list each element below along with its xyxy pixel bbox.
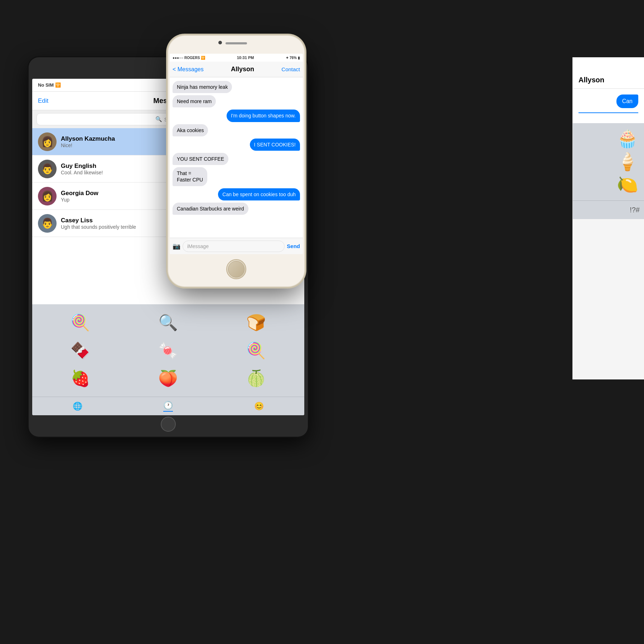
iphone-home-inner (228, 261, 244, 277)
iphone-message-input[interactable]: iMessage (183, 241, 285, 252)
message-bubble: Need more ram (173, 95, 216, 107)
message-row: Aka cookies (173, 124, 300, 136)
iphone-send-button[interactable]: Send (287, 243, 300, 249)
message-bubble: I SENT COOKIES! (250, 139, 300, 151)
emoji-item[interactable]: 🍭 (214, 338, 299, 363)
iphone-chat-title: Allyson (204, 66, 282, 73)
message-row: I SENT COOKIES! (173, 139, 300, 151)
message-bubble: Canadian Starbucks are weird (173, 203, 248, 215)
right-panel: Allyson Can 🧁 🍦 🍋 !?# (572, 57, 644, 379)
message-row: I'm doing button shapes now. (173, 110, 300, 122)
iphone-contact-button[interactable]: Contact (281, 66, 300, 72)
right-emoji-1[interactable]: 🧁 (617, 129, 638, 149)
message-row: YOU SENT COFFEE (173, 153, 300, 165)
message-bubble: Can be spent on cookies too duh (218, 188, 300, 200)
message-bubble: Ninja has memory leak (173, 81, 232, 93)
emoji-item[interactable]: 🍭 (38, 310, 123, 335)
right-panel-title: Allyson (578, 76, 604, 84)
iphone-speaker (226, 42, 247, 44)
ipad-signal-status: No SIM 🛜 (38, 82, 61, 88)
right-emoji-2[interactable]: 🍦 (617, 152, 638, 172)
avatar: 👩 (38, 132, 57, 151)
search-icon: 🔍 (155, 116, 162, 122)
iphone-status-bar: ●●●○○ ROGERS 🛜 10:31 PM ✦ 76% ▮ (170, 54, 303, 62)
iphone-message-list: Ninja has memory leak Need more ram I'm … (170, 77, 303, 238)
message-bubble: Aka cookies (173, 124, 208, 136)
iphone-input-area: 📷 iMessage Send (170, 238, 303, 254)
bluetooth-icon: ✦ (286, 56, 289, 60)
message-row: That =Faster CPU (173, 167, 300, 186)
iphone-battery: ✦ 76% ▮ (286, 56, 300, 60)
emoji-item[interactable]: 🍫 (38, 338, 123, 363)
emoji-item[interactable]: 🍬 (126, 338, 210, 363)
globe-icon[interactable]: 🌐 (73, 402, 82, 411)
emoji-item[interactable]: 🍑 (126, 366, 210, 391)
message-bubble: I'm doing button shapes now. (227, 110, 300, 122)
emoji-item[interactable]: 🔍 (126, 310, 210, 335)
emoji-item[interactable]: 🍓 (38, 366, 123, 391)
iphone-nav-bar: < Messages Allyson Contact (170, 62, 303, 77)
message-bubble: YOU SENT COFFEE (173, 153, 228, 165)
iphone-camera (218, 41, 222, 44)
iphone-home-button[interactable] (226, 259, 246, 279)
emoji-item[interactable]: 🍞 (214, 310, 299, 335)
imessage-placeholder: iMessage (187, 243, 209, 249)
avatar: 👨 (38, 160, 57, 178)
iphone-device: ●●●○○ ROGERS 🛜 10:31 PM ✦ 76% ▮ < Messag… (168, 36, 304, 286)
message-row: Ninja has memory leak (173, 81, 300, 93)
ipad-edit-button[interactable]: Edit (38, 97, 48, 105)
iphone-carrier: ●●●○○ ROGERS 🛜 (173, 56, 205, 60)
iphone-screen: ●●●○○ ROGERS 🛜 10:31 PM ✦ 76% ▮ < Messag… (170, 54, 303, 254)
right-emoji-3[interactable]: 🍋 (617, 175, 638, 195)
ipad-emoji-keyboard: 🍭 🔍 🍞 🍫 🍬 🍭 🍓 🍑 🍈 (32, 304, 304, 397)
ipad-keyboard-toolbar: 🌐 🕐 😊 (32, 397, 304, 415)
iphone-time: 10:31 PM (237, 55, 254, 60)
avatar: 👩 (38, 187, 57, 205)
message-row: Canadian Starbucks are weird (173, 203, 300, 215)
message-row: Need more ram (173, 95, 300, 107)
ipad-home-button[interactable] (161, 417, 176, 432)
avatar: 👨 (38, 214, 57, 233)
battery-icon: ▮ (298, 56, 300, 60)
message-row: Can be spent on cookies too duh (173, 188, 300, 200)
iphone-back-button[interactable]: < Messages (173, 66, 204, 73)
emoji-item[interactable]: 🍈 (214, 366, 299, 391)
right-partial-bubble: Can (622, 98, 633, 104)
iphone-camera-button[interactable]: 📷 (173, 242, 180, 250)
clock-icon[interactable]: 🕐 (163, 401, 173, 412)
right-keyboard-icon[interactable]: !?# (630, 206, 640, 214)
message-bubble: That =Faster CPU (173, 167, 207, 186)
battery-percent: 76% (290, 56, 297, 60)
emoji-icon[interactable]: 😊 (254, 402, 264, 411)
